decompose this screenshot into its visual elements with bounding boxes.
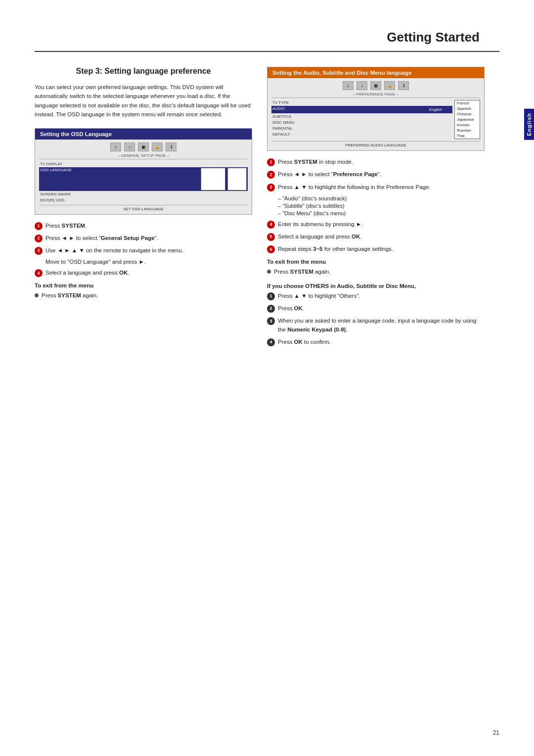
row-audio: AUDIO English	[271, 106, 452, 113]
step-text-1: Press SYSTEM.	[45, 222, 252, 230]
r-step-text-1: Press SYSTEM in stop mode.	[278, 158, 485, 166]
osd-mock-ui: ⌂ ♪ ▣ 🔒 ℹ – GENERAL SETUP PAGE – TV DISP…	[35, 140, 252, 214]
step-description: You can select your own preferred langua…	[35, 83, 252, 119]
page-title: Getting Started	[35, 30, 499, 45]
dropdown-audio-english: English	[427, 106, 451, 113]
audio-box-header: Setting the Audio, Subtitle and Disc Men…	[267, 67, 484, 78]
r-step-text-3: Press ▲ ▼ to highlight the following in …	[278, 183, 485, 191]
page-number-text: 21	[493, 729, 499, 736]
audio-mock-rows: TV TYPE AUDIO English SUBTITLE	[271, 100, 452, 139]
exit-heading-left: To exit from the menu	[35, 283, 252, 288]
step-num-3: 3	[35, 247, 43, 255]
title-divider	[35, 51, 499, 52]
icon-home-r: ⌂	[343, 81, 354, 90]
r-sub3: – "Disc Menu" (disc's menu)	[278, 210, 485, 216]
row-subtitle: SUBTITLE	[271, 114, 452, 119]
row-divx-vod: DIVX(R) VOD	[39, 197, 248, 203]
row-screen-saver: SCREEN SAVER	[39, 191, 248, 197]
title-text: Getting Started	[387, 30, 480, 45]
left-column: Step 3: Setting language preference You …	[35, 67, 252, 350]
others-heading-text: If you choose OTHERS in Audio, Subtitle …	[267, 283, 416, 289]
row-tv-type: TV TYPE	[271, 100, 452, 105]
o-step-num-3: 3	[267, 317, 275, 325]
r-step-2: 2 Press ◄ ► to select "Preference Page".	[267, 170, 485, 179]
row-disc-menu: DISC MENU	[271, 120, 452, 125]
dropdown-list: French German Italian Spanish	[227, 168, 247, 190]
main-content: Step 3: Setting language preference You …	[35, 67, 499, 350]
step-1: 1 Press SYSTEM.	[35, 222, 252, 230]
icon-screen-r: ▣	[370, 81, 381, 90]
o-step-text-1: Press ▲ ▼ to highlight "Others".	[278, 292, 485, 300]
audio-mock-ui: ⌂ ♪ ▣ 🔒 ℹ – PREFERENCE PAGE – TV TYPE	[267, 78, 484, 150]
o-step-text-4: Press OK to confirm.	[278, 338, 485, 346]
audio-steps-list: 1 Press SYSTEM in stop mode. 2 Press ◄ ►…	[267, 158, 485, 254]
description-text: You can select your own preferred langua…	[35, 84, 251, 117]
o-step-num-1: 1	[267, 292, 275, 300]
r-step-num-4: 4	[267, 221, 275, 229]
exit-bullet-right: Press SYSTEM again.	[267, 268, 485, 276]
sidebar-label: English	[526, 113, 532, 136]
dropdown-english: English	[201, 168, 225, 190]
icon-audio-r: ♪	[356, 81, 367, 90]
o-step-2: 2 Press OK.	[267, 304, 485, 313]
step-heading-text: Step 3: Setting language preference	[76, 67, 211, 75]
step-2: 2 Press ◄ ► to select "General Setup Pag…	[35, 234, 252, 242]
o-step-text-3: When you are asked to enter a language c…	[278, 317, 485, 334]
exit-heading-text-left: To exit from the menu	[35, 283, 93, 288]
icon-info: ℹ	[166, 142, 177, 151]
osd-box-title: Setting the OSD Language	[40, 131, 112, 137]
exit-text-left: Press SYSTEM again.	[42, 291, 98, 300]
bullet-dot-right	[267, 270, 271, 274]
page-number: 21	[493, 729, 499, 736]
step-3: 3 Use ◄ ► ▲ ▼ on the remote to navigate …	[35, 246, 252, 255]
icon-home: ⌂	[110, 142, 121, 151]
r-step-num-6: 6	[267, 245, 275, 253]
o-step-3: 3 When you are asked to enter a language…	[267, 317, 485, 334]
o-step-4: 4 Press OK to confirm.	[267, 338, 485, 346]
page-container: English Getting Started Step 3: Setting …	[0, 0, 534, 756]
step-text-4: Select a language and press OK.	[45, 269, 252, 277]
icon-audio: ♪	[124, 142, 135, 151]
osd-section-box: Setting the OSD Language ⌂ ♪ ▣ 🔒 ℹ – GEN…	[35, 128, 252, 215]
r-sub1: – "Audio" (disc's soundtrack)	[278, 195, 485, 201]
r-step-text-6: Repeat steps 3~5 for other language sett…	[278, 245, 485, 253]
audio-mock-ui-icons: ⌂ ♪ ▣ 🔒 ℹ	[271, 81, 480, 90]
audio-mock-footer: PREFERRED AUDIO LANGUAGE	[271, 141, 480, 147]
osd-box-header: Setting the OSD Language	[35, 129, 252, 140]
osd-steps-list: 1 Press SYSTEM. 2 Press ◄ ► to select "G…	[35, 222, 252, 278]
r-step-6: 6 Repeat steps 3~5 for other language se…	[267, 245, 485, 253]
r-step-3: 3 Press ▲ ▼ to highlight the following i…	[267, 183, 485, 191]
icon-lock: 🔒	[152, 142, 163, 151]
audio-box-title: Setting the Audio, Subtitle and Disc Men…	[272, 70, 411, 76]
audio-section-box: Setting the Audio, Subtitle and Disc Men…	[267, 67, 485, 151]
step-sub-move: Move to "OSD Language" and press ►.	[45, 259, 252, 265]
o-step-1: 1 Press ▲ ▼ to highlight "Others".	[267, 292, 485, 300]
r-step-4: 4 Enter its submenu by pressing ►.	[267, 220, 485, 229]
o-step-text-2: Press OK.	[278, 304, 485, 313]
exit-heading-text-right: To exit from the menu	[267, 259, 326, 265]
r-sub2: – "Subtitle" (disc's subtitles)	[278, 203, 485, 209]
o-step-num-4: 4	[267, 338, 275, 346]
r-step-num-3: 3	[267, 184, 275, 191]
r-step-num-2: 2	[267, 171, 275, 179]
step-heading: Step 3: Setting language preference	[35, 67, 252, 76]
icon-lock-r: 🔒	[384, 81, 395, 90]
sidebar-tab: English	[524, 109, 534, 140]
icon-screen: ▣	[138, 142, 149, 151]
step-num-1: 1	[35, 222, 43, 230]
step-text-2: Press ◄ ► to select "General Setup Page"…	[45, 234, 252, 242]
row-tv-display: TV DISPLAY	[39, 161, 248, 167]
r-step-text-4: Enter its submenu by pressing ►.	[278, 220, 485, 229]
step-num-4: 4	[35, 269, 43, 277]
r-step-5: 5 Select a language and press OK.	[267, 233, 485, 241]
row-default: DEFAULT	[271, 132, 452, 137]
o-step-num-2: 2	[267, 305, 275, 313]
r-step-1: 1 Press SYSTEM in stop mode.	[267, 158, 485, 166]
mock-ui-subtitle: – GENERAL SETUP PAGE –	[39, 153, 248, 159]
step-text-3: Use ◄ ► ▲ ▼ on the remote to navigate in…	[45, 246, 252, 255]
r-step-num-5: 5	[267, 233, 275, 241]
mock-ui-icons: ⌂ ♪ ▣ 🔒 ℹ	[39, 142, 248, 151]
bullet-dot-left	[35, 293, 39, 297]
r-step-text-5: Select a language and press OK.	[278, 233, 485, 241]
row-osd-language: OSD LANGUAGE English French German Itali…	[39, 167, 248, 191]
